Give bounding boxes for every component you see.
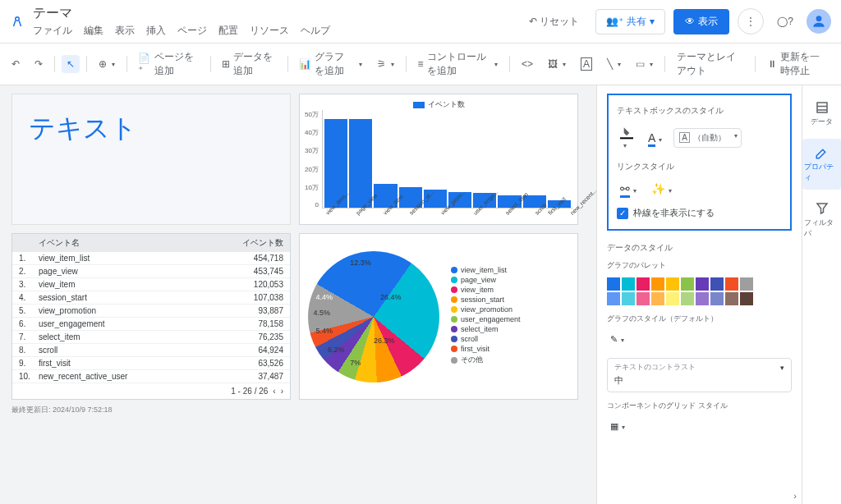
palette-swatch[interactable]: [607, 292, 620, 305]
table-row[interactable]: 6.user_engagement78,158: [12, 318, 290, 331]
table-row[interactable]: 3.view_item120,053: [12, 278, 290, 291]
hide-border-checkbox[interactable]: ✓: [617, 208, 628, 219]
table-row[interactable]: 8.scroll64,924: [12, 344, 290, 357]
palette-swatch[interactable]: [681, 277, 694, 291]
tab-filter[interactable]: フィルタバ: [802, 195, 841, 245]
palette-swatch[interactable]: [636, 277, 650, 291]
menu-file[interactable]: ファイル: [33, 24, 72, 38]
undo-button[interactable]: ↶: [7, 55, 25, 73]
svg-rect-2: [620, 137, 633, 139]
community-viz-button[interactable]: ⚞: [372, 55, 399, 73]
pie-legend: view_item_listpage_viewview_itemsession_…: [451, 266, 521, 367]
palette-swatch[interactable]: [725, 292, 738, 305]
palette-swatch[interactable]: [681, 292, 694, 305]
redo-button[interactable]: ↷: [30, 55, 48, 73]
link-hover-button[interactable]: ✨: [648, 179, 675, 199]
share-button[interactable]: 👥⁺共有 ▾: [595, 9, 665, 34]
last-updated-text: 最終更新日: 2024/10/9 7:52:18: [11, 405, 585, 415]
document-title[interactable]: テーマ: [33, 5, 521, 22]
table-row[interactable]: 9.first_visit63,526: [12, 357, 290, 370]
select-tool[interactable]: ↖: [62, 55, 80, 73]
add-chart-button[interactable]: 📊 グラフを追加: [294, 47, 366, 81]
palette-swatch[interactable]: [607, 277, 620, 291]
selected-properties-group: テキストボックスのスタイル A A（自動） リンクスタイル ⚯ ✨ ✓ 枠線を非…: [607, 94, 792, 231]
menu-help[interactable]: ヘルプ: [301, 24, 330, 38]
add-page-button[interactable]: 📄⁺ ページを追加: [133, 47, 203, 81]
shape-button[interactable]: ▭: [631, 55, 658, 73]
table-row[interactable]: 5.view_promotion93,887: [12, 305, 290, 318]
legend-item: view_promotion: [451, 305, 521, 314]
legend-item: scroll: [451, 335, 521, 343]
palette-swatch[interactable]: [622, 292, 635, 305]
link-color-button[interactable]: ⚯: [617, 179, 640, 199]
palette-swatch[interactable]: [696, 292, 709, 305]
palette-swatch[interactable]: [696, 277, 709, 291]
help-icon[interactable]: ◯?: [772, 8, 798, 34]
fill-color-button[interactable]: [617, 123, 636, 153]
palette-swatch[interactable]: [622, 277, 635, 291]
pause-updates-button[interactable]: ⏸ 更新を一時停止: [762, 47, 834, 81]
line-button[interactable]: ╲: [602, 55, 626, 73]
legend-item: first_visit: [451, 345, 521, 353]
table-row[interactable]: 2.page_view453,745: [12, 265, 290, 278]
theme-layout-button[interactable]: テーマとレイアウト: [672, 47, 749, 81]
text-color-button[interactable]: A: [645, 128, 665, 148]
bar-legend: イベント数: [305, 99, 572, 110]
table-row[interactable]: 4.session_start107,038: [12, 291, 290, 305]
menu-page[interactable]: ページ: [177, 24, 207, 38]
text-component[interactable]: テキスト: [11, 94, 291, 225]
user-avatar[interactable]: [807, 9, 831, 34]
menu-view[interactable]: 表示: [115, 24, 135, 38]
tab-properties[interactable]: プロパティ: [802, 139, 841, 190]
table-next[interactable]: ›: [281, 387, 283, 396]
menu-insert[interactable]: 挿入: [146, 24, 166, 38]
menu-edit[interactable]: 編集: [84, 24, 103, 38]
table-row[interactable]: 7.select_item76,235: [12, 331, 290, 344]
add-control-button[interactable]: ≡ コントロールを追加: [413, 47, 503, 81]
report-canvas[interactable]: テキスト イベント数 50万40万30万20万10万0 view_item...…: [0, 85, 596, 504]
tab-data[interactable]: データ: [802, 94, 841, 134]
palette-swatch[interactable]: [740, 277, 753, 291]
menu-arrange[interactable]: 配置: [218, 24, 238, 38]
chart-style-button[interactable]: ✎: [607, 331, 792, 348]
palette-swatch[interactable]: [666, 292, 679, 305]
legend-item: view_item_list: [451, 266, 521, 274]
table-prev[interactable]: ‹: [273, 387, 275, 396]
chart-style-default-label: グラフのスタイル（デフォルト）: [607, 314, 792, 324]
menu-resource[interactable]: リソース: [250, 24, 289, 38]
grid-style-label: コンポーネントのグリッド スタイル: [607, 401, 792, 411]
palette-swatch[interactable]: [651, 277, 664, 291]
color-palette[interactable]: [607, 277, 792, 305]
image-button[interactable]: 🖼: [543, 55, 571, 73]
view-button[interactable]: 👁表示: [673, 9, 729, 34]
text-button[interactable]: A: [576, 54, 597, 74]
chart-palette-label: グラフのパレット: [607, 260, 792, 271]
grid-style-button[interactable]: ▦: [607, 418, 792, 435]
zoom-dropdown[interactable]: ⊕: [94, 55, 120, 73]
palette-swatch[interactable]: [651, 292, 664, 305]
palette-swatch[interactable]: [740, 292, 753, 305]
reset-button[interactable]: ↶ リセット: [521, 10, 587, 34]
table-pager: 1 - 26 / 26: [231, 387, 268, 396]
palette-swatch[interactable]: [725, 277, 738, 291]
palette-swatch[interactable]: [666, 277, 679, 291]
table-col-event: イベント名: [39, 237, 234, 249]
properties-panel: テキストボックスのスタイル A A（自動） リンクスタイル ⚯ ✨ ✓ 枠線を非…: [596, 85, 802, 504]
data-style-label: データのスタイル: [607, 242, 792, 254]
palette-swatch[interactable]: [710, 277, 724, 291]
text-contrast-select[interactable]: テキストのコントラスト 中: [607, 358, 792, 392]
table-row[interactable]: 1.view_item_list454,718: [12, 252, 290, 265]
add-data-button[interactable]: ⊞ データを追加: [217, 47, 280, 81]
legend-item: その他: [451, 355, 521, 365]
expand-panel-icon[interactable]: ›: [793, 491, 797, 501]
palette-swatch[interactable]: [636, 292, 650, 305]
more-options-button[interactable]: ⋮: [738, 8, 764, 34]
table-row[interactable]: 10.new_recent_active_user37,487: [12, 370, 290, 383]
font-selector[interactable]: A（自動）: [673, 128, 742, 148]
bar-chart-component[interactable]: イベント数 50万40万30万20万10万0 view_item...page_…: [299, 94, 578, 225]
palette-swatch[interactable]: [710, 292, 724, 305]
table-component[interactable]: イベント名 イベント数 1.view_item_list454,7182.pag…: [11, 233, 291, 400]
svg-rect-3: [817, 103, 827, 112]
pie-chart-component[interactable]: 26.4% 26.3% 7% 6.2% 5.4% 4.5% 4.4% 12.3%…: [299, 233, 578, 400]
embed-button[interactable]: <>: [517, 55, 538, 73]
